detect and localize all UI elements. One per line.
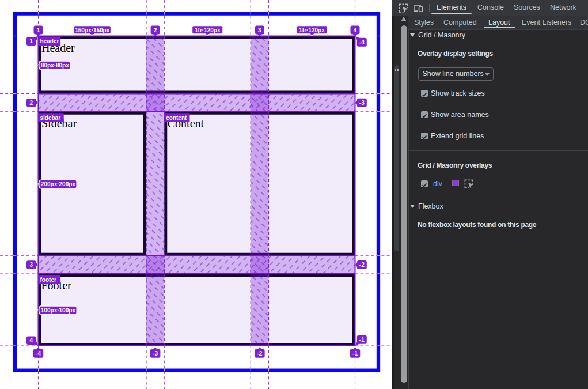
- svg-text:4: 4: [354, 27, 357, 33]
- svg-text:1fr·120px: 1fr·120px: [195, 27, 221, 33]
- svg-text:3: 3: [258, 27, 261, 33]
- svg-text:1fr·120px: 1fr·120px: [299, 27, 325, 33]
- svg-text:-1: -1: [352, 350, 358, 357]
- svg-text:150px·150px: 150px·150px: [75, 27, 109, 33]
- svg-text:-4: -4: [359, 39, 365, 46]
- svg-text:4: 4: [29, 337, 33, 343]
- svg-text:-1: -1: [359, 337, 365, 343]
- svg-text:-3: -3: [153, 350, 158, 357]
- svg-text:-2: -2: [257, 350, 262, 357]
- svg-text:200px·200px: 200px·200px: [41, 181, 75, 187]
- svg-text:-4: -4: [36, 350, 41, 357]
- svg-text:1: 1: [37, 27, 40, 33]
- svg-text:-2: -2: [359, 262, 365, 268]
- svg-text:2: 2: [154, 27, 157, 33]
- svg-text:3: 3: [29, 262, 33, 268]
- svg-text:1: 1: [29, 38, 33, 44]
- svg-text:sidebar: sidebar: [40, 115, 61, 121]
- svg-text:footer: footer: [40, 277, 56, 283]
- svg-text:2: 2: [29, 100, 33, 106]
- svg-text:header: header: [40, 38, 59, 44]
- svg-text:content: content: [166, 115, 187, 121]
- svg-text:80px·80px: 80px·80px: [41, 62, 69, 69]
- svg-text:-3: -3: [359, 100, 365, 106]
- svg-text:100px·100px: 100px·100px: [41, 307, 75, 314]
